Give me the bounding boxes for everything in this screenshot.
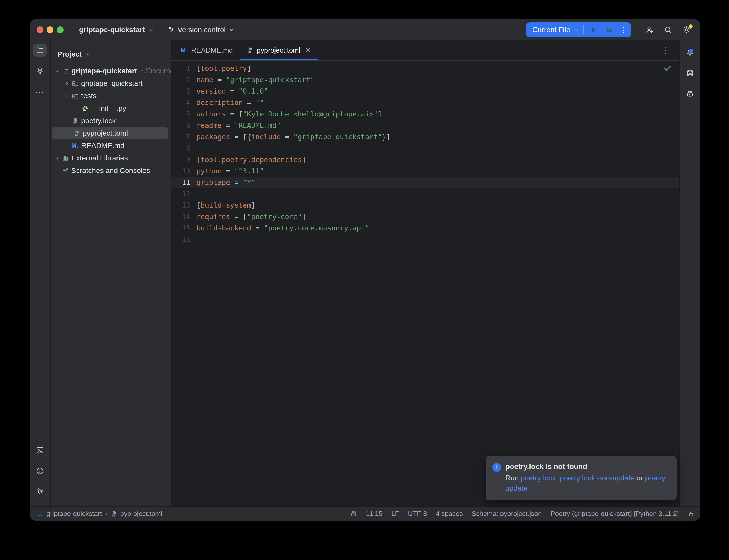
close-tab-icon[interactable]: ✕ <box>305 47 311 54</box>
breadcrumb-file[interactable]: pyproject.toml <box>120 510 162 518</box>
run-configuration-label: Current File <box>532 26 570 34</box>
project-panel-header[interactable]: Project <box>51 40 171 65</box>
schema-widget[interactable]: Schema: pyproject.json <box>472 510 542 518</box>
chevron-down-icon <box>573 27 579 33</box>
folder-icon <box>61 67 69 75</box>
status-widgets: 11:15 LFUTF-84 spacesSchema: pyproject.j… <box>350 510 695 518</box>
chevron-right-icon[interactable] <box>64 81 70 86</box>
tree-item-label: tests <box>81 92 96 100</box>
chevron-down-icon <box>229 27 234 33</box>
code-line-15[interactable]: 15build-backend = "poetry.core.masonry.a… <box>171 222 679 234</box>
close-window-button[interactable] <box>37 26 43 33</box>
project-switcher[interactable]: griptape-quickstart <box>75 24 157 36</box>
tree-item-label: griptape_quickstart <box>81 79 143 88</box>
chevron-right-icon[interactable] <box>54 155 60 161</box>
poetry-lock-no-update-link[interactable]: poetry lock --no-update <box>560 474 635 482</box>
code-line-13[interactable]: 13[build-system] <box>171 200 679 211</box>
code-line-6[interactable]: 6readme = "README.md" <box>171 120 679 131</box>
add-user-icon[interactable] <box>642 23 656 37</box>
tab-options-icon[interactable]: ⋮ <box>662 46 670 55</box>
debug-button[interactable] <box>603 26 615 34</box>
python-icon <box>81 104 89 112</box>
chevron-down-icon[interactable] <box>64 93 70 99</box>
vcs-widget[interactable]: Version control <box>164 24 238 36</box>
poetry-lock-link[interactable]: poetry lock <box>521 474 556 482</box>
minimize-window-button[interactable] <box>47 26 53 33</box>
structure-toolwindow-button[interactable] <box>33 64 47 78</box>
code-text: griptape = "*" <box>196 177 255 188</box>
ai-assistant-status-icon[interactable] <box>350 510 357 517</box>
settings-update-badge <box>689 24 693 29</box>
tree-item--init-py[interactable]: __init__.py <box>51 102 171 115</box>
vcs-toolwindow-button[interactable] <box>33 485 47 499</box>
breadcrumb-project[interactable]: griptape-quickstart <box>46 510 102 518</box>
inspections-ok-icon[interactable] <box>663 64 672 74</box>
tree-item-poetry-lock[interactable]: [T]poetry.lock <box>51 115 171 127</box>
code-line-10[interactable]: 10python = "^3.11" <box>171 165 679 177</box>
tree-item-scratches-and-consoles[interactable]: Scratches and Consoles <box>51 164 171 177</box>
code-line-5[interactable]: 5authors = ["Kyle Roche <hello@griptape.… <box>171 108 679 120</box>
svg-text:[T]: [T] <box>73 121 77 123</box>
tab-pyproject-toml[interactable]: [T]pyproject.toml✕ <box>240 40 317 60</box>
settings-gear-icon[interactable] <box>680 23 694 37</box>
unlock-icon[interactable] <box>688 510 695 517</box>
code-line-3[interactable]: 3version = "0.1.0" <box>171 86 679 97</box>
code-lines: 1[tool.poetry]2name = "griptape-quicksta… <box>171 63 679 245</box>
database-toolwindow-button[interactable] <box>683 66 697 80</box>
scratches-icon <box>61 167 69 174</box>
tree-item-tests[interactable]: tests <box>51 90 171 102</box>
problems-toolwindow-button[interactable] <box>33 464 47 478</box>
window-controls <box>37 26 64 33</box>
chevron-down-icon[interactable] <box>54 68 60 74</box>
code-editor[interactable]: 1[tool.poetry]2name = "griptape-quicksta… <box>171 61 679 506</box>
code-text: requires = ["poetry-core"] <box>196 211 306 222</box>
code-line-11[interactable]: 11griptape = "*" <box>171 177 679 188</box>
line-separator-widget[interactable]: LF <box>391 510 399 518</box>
encoding-widget[interactable]: UTF-8 <box>408 510 427 518</box>
svg-text:[T]: [T] <box>248 51 251 53</box>
line-number: 7 <box>171 131 196 143</box>
code-line-1[interactable]: 1[tool.poetry] <box>171 63 679 74</box>
code-text: authors = ["Kyle Roche <hello@griptape.a… <box>196 108 382 120</box>
code-line-12[interactable]: 12 <box>171 188 679 200</box>
code-line-2[interactable]: 2name = "griptape-quickstart" <box>171 74 679 86</box>
svg-text:[T]: [T] <box>112 514 115 516</box>
code-line-16[interactable]: 16 <box>171 234 679 245</box>
project-toolwindow-button[interactable] <box>33 44 47 57</box>
tab-readme-md[interactable]: M↓README.md <box>174 40 240 60</box>
tree-item-griptape-quickstart[interactable]: griptape_quickstart <box>51 77 171 90</box>
ai-assistant-button[interactable] <box>683 87 697 101</box>
chevron-down-icon <box>85 51 91 57</box>
tree-item-readme-md[interactable]: M↓README.md <box>51 139 171 152</box>
code-line-4[interactable]: 4description = "" <box>171 97 679 108</box>
tree-item-external-libraries[interactable]: External Libraries <box>51 152 171 164</box>
tree-item-griptape-quickstart[interactable]: griptape-quickstart~/Docume <box>51 65 171 77</box>
project-panel-title: Project <box>57 50 82 58</box>
tree-item-label: pyproject.toml <box>83 129 128 137</box>
tab-label: pyproject.toml <box>257 46 300 54</box>
more-run-actions-button[interactable]: ⋮ <box>619 25 628 34</box>
chevron-down-icon <box>148 27 154 33</box>
markdown-icon: M↓ <box>181 47 188 54</box>
line-number: 15 <box>171 222 196 234</box>
code-line-7[interactable]: 7packages = [{include = "griptape_quicks… <box>171 131 679 143</box>
clock-widget[interactable]: 11:15 <box>366 510 383 518</box>
line-number: 1 <box>171 63 196 74</box>
run-button[interactable] <box>588 26 599 34</box>
tree-item-label: griptape-quickstart <box>71 67 137 75</box>
search-icon[interactable] <box>661 23 675 37</box>
indent-widget[interactable]: 4 spaces <box>436 510 463 518</box>
line-number: 14 <box>171 211 196 222</box>
code-line-9[interactable]: 9[tool.poetry.dependencies] <box>171 154 679 165</box>
zoom-window-button[interactable] <box>57 26 64 33</box>
notifications-bell-icon[interactable] <box>683 46 697 59</box>
terminal-toolwindow-button[interactable] <box>33 444 47 457</box>
more-toolwindows-button[interactable]: ⋯ <box>33 85 47 99</box>
code-line-8[interactable]: 8 <box>171 143 679 154</box>
code-line-14[interactable]: 14requires = ["poetry-core"] <box>171 211 679 222</box>
interpreter-widget[interactable]: Poetry (griptape-quickstart) [Python 3.1… <box>551 510 679 518</box>
divider <box>583 25 584 34</box>
tree-item-pyproject-toml[interactable]: [T]pyproject.toml <box>52 127 168 139</box>
run-configuration-selector[interactable]: Current File <box>532 26 579 34</box>
chevron-right-icon: › <box>105 510 107 518</box>
